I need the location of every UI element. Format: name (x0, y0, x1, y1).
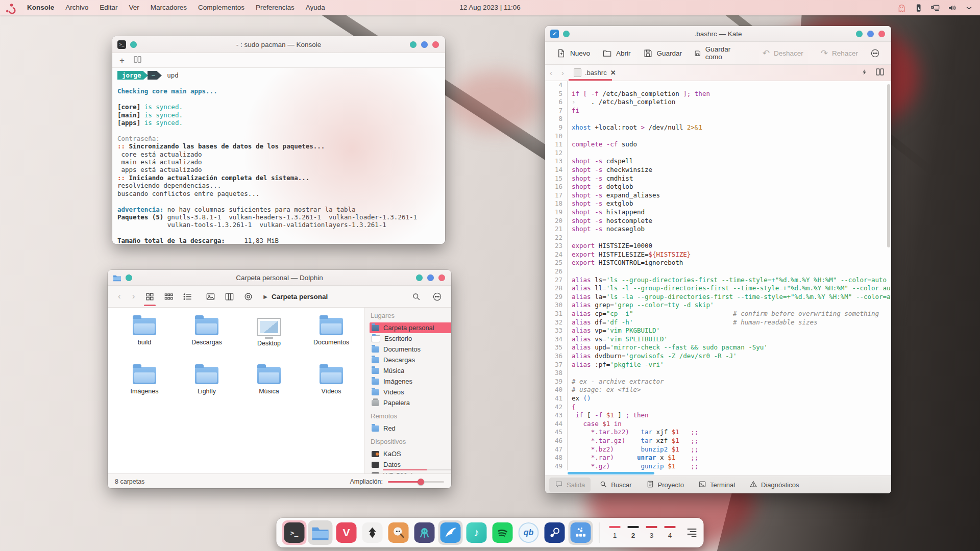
bottom-tab-terminal[interactable]: Terminal (693, 478, 741, 492)
horizontal-scrollbar[interactable] (568, 472, 654, 474)
bottom-tab-salida[interactable]: Salida (549, 478, 591, 492)
place-item-red[interactable]: Red (370, 423, 451, 434)
overflow-menu-icon[interactable] (428, 289, 446, 304)
place-item-v-deos[interactable]: Vídeos (370, 387, 451, 397)
split-view-icon[interactable] (134, 56, 141, 65)
vertical-scrollbar[interactable] (887, 84, 890, 247)
dock-item-konsole[interactable]: >_ (284, 520, 305, 545)
pacman-ghost-icon[interactable] (897, 3, 906, 13)
overflow-menu-icon[interactable] (865, 45, 885, 61)
dock-item-spotify[interactable] (492, 520, 513, 545)
compact-view-button[interactable] (160, 289, 178, 304)
kate-bottom-toolbar: SalidaBuscarProyectoTerminalDiagnósticos (545, 475, 891, 493)
open-file-button[interactable]: Abrir (597, 45, 636, 61)
search-icon[interactable] (407, 289, 425, 304)
dock-item-steam[interactable] (544, 520, 566, 545)
bottom-tab-diagnósticos[interactable]: Diagnósticos (744, 478, 804, 492)
folder-item-desktop[interactable]: Desktop (240, 315, 298, 364)
kate-titlebar[interactable]: .bashrc — Kate (545, 26, 891, 42)
kdeconnect-phone-icon[interactable] (914, 3, 923, 13)
dock-item-kate[interactable] (440, 520, 461, 545)
terminal-output[interactable]: jorge~upd Checking core main apps... [co… (112, 68, 445, 244)
back-icon[interactable]: ‹ (113, 291, 126, 302)
folder-item-documentos[interactable]: Documentos (303, 315, 360, 364)
close-button[interactable] (432, 41, 439, 48)
folder-item-vídeos[interactable]: Vídeos (303, 364, 360, 413)
place-item-wd-500gb[interactable]: WD 500gb (370, 470, 451, 473)
place-item-descargas[interactable]: Descargas (370, 355, 451, 365)
bottom-tab-buscar[interactable]: Buscar (594, 478, 637, 492)
undo-button[interactable]: ↶ Deshacer (757, 46, 808, 61)
folder-item-lightly[interactable]: Lightly (178, 364, 235, 413)
code-editor[interactable]: 45if [ -f /etc/bash_completion ]; then6›… (545, 81, 891, 475)
desktop-1-button[interactable]: 1 (609, 526, 621, 539)
quick-open-icon[interactable] (861, 68, 868, 78)
folder-icon (320, 367, 343, 384)
dock-item-orange-mascot-app[interactable] (388, 520, 409, 545)
tab-bashrc[interactable]: .bashrc ✕ (569, 65, 621, 81)
folder-item-imágenes[interactable]: Imágenes (116, 364, 173, 413)
desktop-2-button[interactable]: 2 (628, 526, 639, 539)
chevron-down-icon[interactable] (964, 3, 974, 13)
preview-image-button[interactable] (202, 289, 219, 304)
place-item-escritorio[interactable]: Escritorio (370, 333, 451, 344)
minimize-button[interactable] (416, 274, 423, 281)
place-item-im-genes[interactable]: Imágenes (370, 376, 451, 387)
dock-item-kaos-launcher[interactable] (570, 520, 592, 545)
folder-label: build (138, 339, 151, 346)
dock-item-qbittorrent[interactable]: qb (518, 520, 540, 545)
maximize-button[interactable] (421, 41, 428, 48)
tab-close-icon[interactable]: ✕ (610, 69, 616, 77)
window-button[interactable] (126, 274, 132, 281)
dock-item-inkscape[interactable] (362, 520, 383, 545)
redo-button[interactable]: ↷ Rehacer (816, 46, 863, 61)
display-icon[interactable] (930, 3, 940, 13)
minimize-button[interactable] (410, 41, 416, 48)
tab-back-icon[interactable]: ‹ (545, 68, 557, 77)
konsole-window: - : sudo pacman — Konsole >_ + jorge~upd… (112, 36, 445, 244)
forward-icon[interactable]: › (127, 291, 140, 302)
close-button[interactable] (438, 274, 445, 281)
dock-item-music-player[interactable]: ♪ (466, 520, 487, 545)
save-as-button[interactable]: Guardar como (689, 42, 742, 64)
tab-forward-icon[interactable]: › (557, 68, 569, 77)
show-hidden-button[interactable] (239, 289, 257, 304)
desktop-4-button[interactable]: 4 (665, 526, 676, 539)
place-item-datos[interactable]: Datos (370, 459, 451, 470)
place-item-carpeta-personal[interactable]: Carpeta personal (370, 322, 451, 333)
new-tab-icon[interactable]: + (119, 56, 125, 65)
task-list-icon[interactable] (688, 529, 697, 537)
maximize-button[interactable] (867, 31, 874, 37)
bottom-tab-proyecto[interactable]: Proyecto (641, 478, 690, 492)
details-view-button[interactable] (179, 289, 197, 304)
close-button[interactable] (878, 31, 885, 37)
desktop-3-button[interactable]: 3 (646, 526, 657, 539)
minimize-button[interactable] (856, 31, 863, 37)
quassel-icon (414, 522, 435, 543)
code-line: 36alias dvdburn='growisofs -Z /dev/sr0 -… (545, 352, 891, 361)
folder-item-descargas[interactable]: Descargas (178, 315, 235, 364)
breadcrumb[interactable]: Carpeta personal (272, 293, 328, 300)
new-file-button[interactable]: Nuevo (551, 45, 595, 61)
dock-item-quassel[interactable] (414, 520, 435, 545)
folder-item-build[interactable]: build (116, 315, 173, 364)
split-columns-button[interactable] (220, 289, 238, 304)
place-item-kaos[interactable]: KaOS (370, 448, 451, 459)
volume-icon[interactable] (947, 3, 957, 13)
icons-view-button[interactable] (141, 289, 159, 304)
dock-item-vvave[interactable]: V (336, 520, 357, 545)
place-item-documentos[interactable]: Documentos (370, 344, 451, 355)
maximize-button[interactable] (427, 274, 434, 281)
window-button[interactable] (563, 31, 570, 37)
split-view-icon[interactable] (876, 68, 884, 77)
zoom-slider[interactable] (388, 481, 444, 483)
dolphin-titlebar[interactable]: Carpeta personal — Dolphin (108, 270, 451, 286)
dock-item-dolphin[interactable] (310, 520, 331, 545)
place-item-m-sica[interactable]: Música (370, 365, 451, 376)
konsole-titlebar[interactable]: - : sudo pacman — Konsole >_ (112, 36, 445, 53)
folder-item-música[interactable]: Música (240, 364, 298, 413)
save-button[interactable]: Guardar (638, 45, 688, 61)
panel-clock[interactable]: 12 Aug 2023 | 11:06 (0, 0, 980, 15)
window-button[interactable] (130, 41, 137, 48)
place-item-papelera[interactable]: Papelera (370, 397, 451, 408)
